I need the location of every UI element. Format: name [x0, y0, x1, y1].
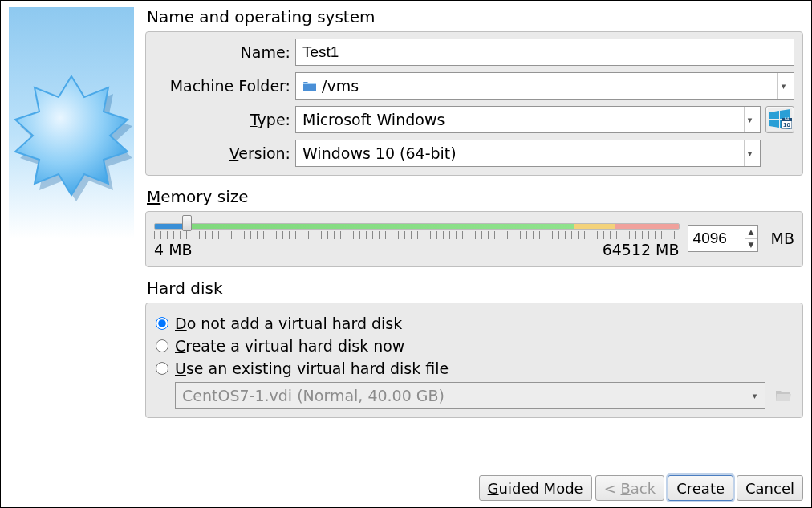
os-icon-button[interactable]: 10 64: [765, 106, 794, 133]
radio-create-new[interactable]: [156, 339, 168, 352]
svg-marker-1: [15, 76, 128, 195]
radio-do-not-add-label: Do not add a virtual hard disk: [175, 315, 402, 332]
svg-text:64: 64: [785, 116, 790, 121]
section-title-os: Name and operating system: [147, 7, 803, 26]
dialog-footer: Guided Mode < Back Create Cancel: [1, 470, 811, 507]
label-machine-folder: Machine Folder:: [154, 77, 295, 95]
radio-row-create[interactable]: Create a virtual hard disk now: [154, 337, 794, 355]
windows-os-icon: 10 64: [768, 108, 792, 131]
cancel-button[interactable]: Cancel: [737, 475, 803, 501]
label-type: Type:: [154, 111, 295, 128]
wizard-illustration: [9, 7, 134, 238]
radio-create-new-label: Create a virtual hard disk now: [175, 337, 404, 355]
slider-thumb[interactable]: [182, 215, 192, 231]
radio-row-none[interactable]: Do not add a virtual hard disk: [154, 315, 794, 332]
label-version: Version:: [154, 144, 295, 162]
version-combo-text: Windows 10 (64-bit): [302, 144, 739, 162]
back-button: < Back: [595, 475, 665, 501]
radio-use-existing[interactable]: [156, 362, 168, 375]
memory-slider[interactable]: 4 MB 64512 MB: [154, 218, 680, 258]
create-button[interactable]: Create: [668, 475, 733, 501]
label-name: Name:: [154, 43, 295, 61]
machine-folder-combo[interactable]: /vms ▾: [295, 72, 794, 100]
type-combo[interactable]: Microsoft Windows ▾: [295, 106, 761, 133]
version-combo[interactable]: Windows 10 (64-bit) ▾: [295, 140, 761, 167]
chevron-down-icon: ▾: [744, 107, 755, 132]
radio-do-not-add[interactable]: [156, 317, 168, 330]
memory-min-label: 4 MB: [154, 241, 193, 258]
memory-value-input[interactable]: [688, 226, 745, 251]
svg-text:10: 10: [783, 121, 790, 128]
slider-ticks: [154, 231, 680, 239]
guided-mode-button[interactable]: Guided Mode: [479, 475, 592, 501]
spin-down-icon[interactable]: ▼: [745, 239, 757, 252]
memory-spinbox[interactable]: ▲ ▼: [688, 225, 758, 252]
group-disk: Do not add a virtual hard disk Create a …: [145, 303, 803, 418]
folder-open-icon: [774, 388, 792, 404]
group-os: Name: Machine Folder: /vms: [145, 31, 803, 176]
section-title-disk: Hard disk: [147, 278, 803, 298]
chevron-down-icon: ▾: [749, 383, 760, 408]
wizard-sidebar: [9, 7, 134, 470]
memory-unit-label: MB: [771, 230, 794, 247]
section-title-memory: Memory size: [147, 187, 803, 206]
radio-use-existing-label: Use an existing virtual hard disk file: [175, 360, 449, 377]
chevron-down-icon: ▾: [777, 73, 789, 99]
starburst-icon: [11, 35, 132, 211]
existing-disk-combo: CentOS7-1.vdi (Normal, 40.00 GB) ▾: [175, 382, 765, 409]
type-combo-text: Microsoft Windows: [302, 111, 739, 128]
machine-folder-text: /vms: [322, 77, 773, 95]
memory-max-label: 64512 MB: [603, 241, 680, 258]
folder-icon: [302, 80, 317, 91]
radio-row-existing[interactable]: Use an existing virtual hard disk file: [154, 360, 794, 377]
choose-disk-file-button: [772, 384, 794, 407]
spin-up-icon[interactable]: ▲: [745, 226, 757, 239]
name-input[interactable]: [295, 39, 794, 66]
existing-disk-text: CentOS7-1.vdi (Normal, 40.00 GB): [182, 387, 744, 404]
chevron-down-icon: ▾: [744, 140, 755, 166]
group-memory: 4 MB 64512 MB ▲ ▼ MB: [145, 211, 803, 267]
